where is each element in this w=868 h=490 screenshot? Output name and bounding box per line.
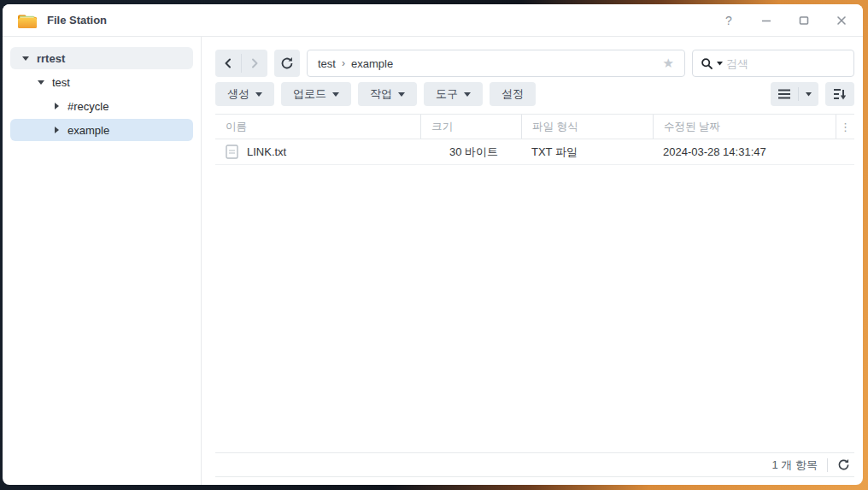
navigation-row: test › example ★ — [215, 50, 854, 77]
tree-item-label: rrtest — [37, 52, 65, 65]
refresh-button[interactable] — [274, 50, 300, 77]
column-header-type[interactable]: 파일 형식 — [521, 115, 653, 139]
breadcrumb-segment-example[interactable]: example — [351, 57, 393, 70]
back-button[interactable] — [215, 50, 241, 77]
upload-button[interactable]: 업로드 — [281, 82, 351, 106]
breadcrumb[interactable]: test › example ★ — [307, 50, 685, 77]
column-header-size[interactable]: 크기 — [420, 115, 521, 139]
sidebar-item-recycle[interactable]: #recycle — [10, 95, 193, 117]
app-folder-icon — [16, 11, 38, 30]
caret-down-icon — [255, 92, 262, 97]
table-row[interactable]: LINK.txt 30 바이트 TXT 파일 2024-03-28 14:31:… — [215, 139, 854, 165]
file-station-window: File Station ? rrtest — [3, 4, 863, 485]
tools-button[interactable]: 도구 — [424, 82, 483, 106]
settings-button[interactable]: 설정 — [490, 82, 536, 106]
sidebar-item-test[interactable]: test — [10, 71, 193, 93]
tree-item-label: test — [52, 76, 70, 89]
close-icon[interactable] — [836, 15, 847, 27]
chevron-down-icon[interactable] — [38, 79, 44, 86]
create-button[interactable]: 생성 — [215, 82, 274, 106]
breadcrumb-separator: › — [342, 57, 345, 69]
item-count: 1 개 항목 — [772, 458, 818, 473]
text-file-icon — [226, 145, 238, 159]
file-modified-cell: 2024-03-28 14:31:47 — [653, 145, 836, 158]
bookmark-star-icon[interactable]: ★ — [663, 56, 674, 71]
toolbar: 생성 업로드 작업 도구 설정 — [215, 82, 854, 106]
view-mode-caret-icon[interactable] — [799, 82, 818, 106]
search-options-caret-icon[interactable] — [717, 62, 723, 66]
file-size-cell: 30 바이트 — [420, 145, 521, 160]
view-mode-split-button — [771, 82, 818, 106]
window-content: rrtest test #recycle example — [3, 37, 863, 485]
chevron-down-icon[interactable] — [22, 55, 29, 62]
sort-button[interactable] — [825, 82, 854, 106]
button-label: 작업 — [370, 86, 392, 102]
help-icon[interactable]: ? — [723, 15, 735, 27]
titlebar: File Station ? — [3, 4, 863, 37]
divider — [827, 458, 828, 472]
search-input[interactable] — [726, 57, 846, 70]
view-controls — [771, 82, 854, 106]
column-header-modified[interactable]: 수정된 날짜 — [653, 115, 836, 139]
file-list-empty-area — [215, 165, 854, 452]
main-panel: test › example ★ — [202, 37, 863, 485]
file-name: LINK.txt — [247, 145, 286, 158]
window-controls: ? — [723, 15, 847, 27]
sidebar-item-rrtest[interactable]: rrtest — [10, 47, 193, 69]
breadcrumb-segment-test[interactable]: test — [318, 57, 336, 70]
history-nav-group — [215, 50, 267, 77]
column-header-name[interactable]: 이름 — [215, 120, 420, 134]
table-header: 이름 크기 파일 형식 수정된 날짜 ⋮ — [215, 114, 854, 139]
button-label: 도구 — [436, 86, 458, 102]
button-label: 생성 — [227, 86, 249, 102]
app-title: File Station — [47, 14, 107, 27]
minimize-icon[interactable] — [760, 15, 772, 27]
chevron-right-icon[interactable] — [53, 103, 60, 109]
list-view-icon[interactable] — [771, 82, 798, 106]
search-box — [692, 50, 854, 77]
button-label: 설정 — [501, 86, 524, 102]
refresh-list-icon[interactable] — [837, 458, 850, 471]
caret-down-icon — [398, 92, 405, 97]
tree-item-label: #recycle — [67, 100, 108, 113]
forward-button[interactable] — [242, 50, 267, 77]
tree-item-label: example — [67, 124, 109, 137]
caret-down-icon — [464, 92, 471, 97]
action-button[interactable]: 작업 — [358, 82, 417, 106]
chevron-right-icon[interactable] — [53, 127, 60, 133]
file-name-cell: LINK.txt — [215, 145, 420, 159]
status-bar: 1 개 항목 — [215, 452, 854, 477]
search-icon[interactable] — [701, 57, 713, 70]
column-options-icon[interactable]: ⋮ — [836, 115, 854, 139]
maximize-icon[interactable] — [798, 15, 810, 27]
button-label: 업로드 — [293, 86, 326, 102]
file-type-cell: TXT 파일 — [521, 145, 653, 160]
folder-tree-sidebar: rrtest test #recycle example — [3, 37, 202, 485]
sidebar-item-example[interactable]: example — [10, 119, 193, 141]
caret-down-icon — [332, 92, 339, 97]
